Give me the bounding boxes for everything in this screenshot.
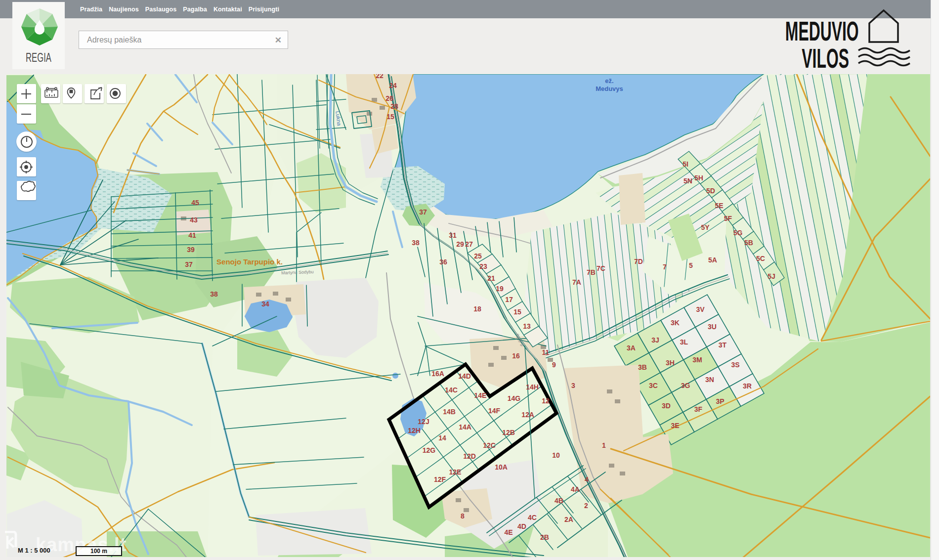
- svg-text:11: 11: [542, 348, 550, 356]
- svg-text:3A: 3A: [627, 344, 636, 352]
- svg-text:12C: 12C: [483, 441, 496, 449]
- svg-text:13: 13: [523, 322, 531, 330]
- svg-text:7C: 7C: [597, 264, 605, 272]
- svg-text:5J: 5J: [768, 272, 775, 280]
- svg-text:27: 27: [465, 240, 473, 248]
- svg-text:14B: 14B: [443, 408, 456, 416]
- svg-text:16: 16: [512, 352, 520, 360]
- svg-text:3H: 3H: [666, 359, 675, 367]
- svg-text:7A: 7A: [572, 278, 581, 286]
- svg-text:5H: 5H: [694, 174, 703, 182]
- svg-text:7: 7: [663, 263, 667, 271]
- svg-text:12F: 12F: [434, 475, 446, 483]
- svg-text:5B: 5B: [744, 239, 753, 247]
- svg-text:5N: 5N: [683, 177, 692, 185]
- svg-text:5I: 5I: [683, 160, 688, 168]
- svg-text:43: 43: [190, 216, 198, 224]
- svg-text:24: 24: [389, 82, 397, 89]
- svg-text:3: 3: [571, 382, 575, 389]
- svg-text:12J: 12J: [418, 418, 429, 426]
- svg-text:15: 15: [513, 308, 521, 316]
- svg-text:28: 28: [390, 102, 398, 110]
- svg-text:14H: 14H: [526, 383, 539, 391]
- svg-text:10: 10: [552, 451, 560, 459]
- svg-text:29: 29: [456, 240, 464, 248]
- svg-text:5G: 5G: [733, 229, 743, 237]
- svg-text:2B: 2B: [540, 533, 549, 541]
- svg-text:14A: 14A: [459, 423, 471, 431]
- svg-text:12B: 12B: [502, 429, 515, 436]
- svg-text:37: 37: [419, 208, 427, 216]
- svg-text:7B: 7B: [587, 268, 596, 276]
- svg-text:5D: 5D: [706, 187, 715, 195]
- svg-text:12D: 12D: [463, 452, 476, 460]
- svg-text:4: 4: [585, 475, 589, 483]
- svg-text:25: 25: [474, 252, 482, 260]
- svg-text:2: 2: [584, 502, 588, 510]
- svg-text:12G: 12G: [423, 446, 436, 454]
- svg-text:3D: 3D: [662, 402, 671, 410]
- svg-text:14E: 14E: [474, 391, 487, 399]
- svg-text:5C: 5C: [756, 255, 765, 262]
- svg-text:18: 18: [473, 305, 481, 313]
- svg-text:4B: 4B: [555, 497, 563, 505]
- svg-text:12E: 12E: [449, 468, 462, 476]
- svg-text:19: 19: [496, 285, 504, 293]
- svg-text:3R: 3R: [743, 382, 752, 390]
- svg-text:3E: 3E: [671, 422, 679, 430]
- svg-text:5Y: 5Y: [701, 223, 710, 231]
- svg-text:1: 1: [602, 441, 606, 449]
- svg-text:41: 41: [188, 231, 196, 239]
- svg-text:3K: 3K: [671, 319, 680, 327]
- svg-text:31: 31: [449, 231, 457, 239]
- svg-text:Senojo Tarpupio k.: Senojo Tarpupio k.: [216, 258, 283, 266]
- svg-text:4D: 4D: [517, 522, 526, 530]
- svg-text:26: 26: [385, 94, 393, 102]
- svg-text:12A: 12A: [521, 411, 534, 419]
- svg-text:Meduvys: Meduvys: [596, 85, 623, 92]
- svg-text:38: 38: [412, 239, 420, 247]
- svg-text:4E: 4E: [504, 528, 512, 536]
- svg-text:2A: 2A: [564, 516, 573, 523]
- svg-text:12: 12: [542, 397, 550, 405]
- svg-text:21: 21: [487, 274, 495, 282]
- svg-text:17: 17: [505, 296, 513, 303]
- svg-text:3N: 3N: [705, 376, 714, 384]
- svg-text:7D: 7D: [634, 258, 643, 265]
- svg-text:3M: 3M: [692, 356, 702, 364]
- svg-text:14: 14: [438, 434, 446, 442]
- svg-text:22: 22: [376, 74, 384, 80]
- svg-text:34: 34: [261, 300, 269, 308]
- svg-text:14F: 14F: [488, 407, 501, 415]
- svg-text:3U: 3U: [708, 323, 717, 331]
- svg-text:3J: 3J: [651, 336, 659, 344]
- svg-text:9: 9: [552, 361, 556, 369]
- svg-text:38: 38: [210, 290, 218, 298]
- svg-text:3B: 3B: [638, 363, 647, 371]
- svg-text:3V: 3V: [696, 305, 705, 313]
- svg-text:3F: 3F: [694, 405, 703, 413]
- svg-text:4A: 4A: [571, 485, 580, 493]
- svg-text:3G: 3G: [681, 382, 690, 389]
- svg-text:12H: 12H: [408, 427, 421, 434]
- svg-text:14C: 14C: [445, 386, 458, 394]
- svg-text:3P: 3P: [716, 397, 724, 405]
- svg-text:23: 23: [479, 262, 487, 270]
- svg-text:39: 39: [187, 246, 195, 254]
- svg-text:37: 37: [185, 260, 193, 268]
- svg-text:5A: 5A: [708, 256, 717, 264]
- svg-text:5F: 5F: [724, 215, 732, 222]
- svg-text:14D: 14D: [458, 372, 471, 380]
- svg-text:8: 8: [461, 512, 465, 520]
- svg-text:15: 15: [386, 113, 394, 121]
- svg-text:36: 36: [439, 258, 447, 266]
- svg-text:45: 45: [191, 199, 199, 207]
- svg-text:14G: 14G: [508, 394, 521, 402]
- svg-text:3T: 3T: [719, 341, 727, 349]
- svg-text:3L: 3L: [680, 338, 688, 346]
- svg-text:3C: 3C: [649, 382, 658, 389]
- svg-text:ež.: ež.: [605, 77, 613, 85]
- svg-text:4C: 4C: [528, 514, 537, 521]
- svg-text:5E: 5E: [715, 202, 723, 210]
- svg-text:10A: 10A: [495, 463, 508, 471]
